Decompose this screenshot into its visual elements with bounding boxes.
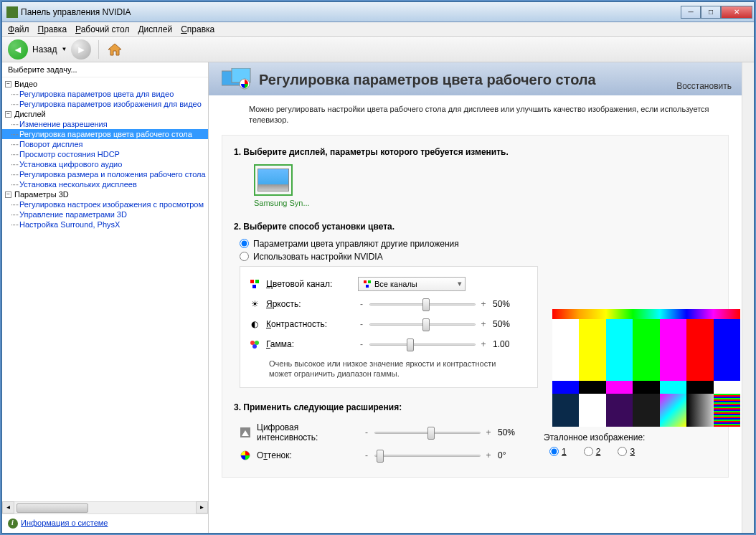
menu-help[interactable]: Справка xyxy=(181,24,214,34)
radio-other-input[interactable] xyxy=(240,239,249,248)
tree-cat-3d[interactable]: −Параметры 3D xyxy=(2,189,208,199)
back-label: Назад xyxy=(32,44,57,55)
menu-display[interactable]: Дисплей xyxy=(138,24,172,34)
svg-point-11 xyxy=(252,344,257,349)
tree-item[interactable]: Регулировка размера и положения рабочего… xyxy=(2,169,208,179)
brightness-slider[interactable] xyxy=(369,297,476,311)
tree-cat-video[interactable]: −Видео xyxy=(2,79,208,89)
contrast-value: 50% xyxy=(493,319,521,329)
settings-panel: 1. Выберите дисплей, параметры которого … xyxy=(222,135,729,478)
color-settings-box: Цветовой канал: Все каналы ☀ Яркость: - xyxy=(240,266,538,389)
page-description: Можно регулировать настройки цвета рабоч… xyxy=(209,95,742,135)
radio-other-apps[interactable]: Параметрами цвета управляют другие прило… xyxy=(240,239,717,249)
channel-value: Все каналы xyxy=(374,280,417,288)
hue-value: 0° xyxy=(498,450,526,460)
svg-rect-4 xyxy=(255,280,259,283)
menu-file[interactable]: Файл xyxy=(8,24,29,34)
channel-icon xyxy=(249,278,260,290)
tree-item-selected[interactable]: Регулировка параметров цвета рабочего ст… xyxy=(2,129,208,139)
reference-label: Эталонное изображение: xyxy=(544,432,739,442)
restore-link[interactable]: Восстановить xyxy=(676,81,732,91)
contrast-slider-wrap: - + xyxy=(358,317,487,331)
tree-item[interactable]: Настройка Surround, PhysX xyxy=(2,219,208,229)
display-list: Samsung Syn... xyxy=(254,164,717,207)
gamma-slider[interactable] xyxy=(369,337,476,351)
reference-radios: 1 2 3 xyxy=(549,447,739,457)
vibrance-slider[interactable] xyxy=(374,425,481,440)
close-button[interactable]: ✕ xyxy=(721,6,752,19)
window-title: Панель управления NVIDIA xyxy=(21,7,681,17)
ref-radio-2[interactable]: 2 xyxy=(584,447,601,457)
body: Выберите задачу... −Видео Регулировка па… xyxy=(2,62,754,533)
ref-radio-3[interactable]: 3 xyxy=(618,447,635,457)
radio-nvidia-label: Использовать настройки NVIDIA xyxy=(253,252,383,262)
page-title-row: Регулировка параметров цвета рабочего ст… xyxy=(222,68,729,91)
tree-item[interactable]: Просмотр состояния HDCP xyxy=(2,149,208,159)
hue-label: Оттенок: xyxy=(257,450,357,460)
tree-item[interactable]: Регулировка параметров изображения для в… xyxy=(2,99,208,109)
ref-radio-1[interactable]: 1 xyxy=(549,447,567,457)
minus-icon: - xyxy=(358,299,365,309)
sysinfo-link[interactable]: Информация о системе xyxy=(21,519,108,527)
tree-item[interactable]: Поворот дисплея xyxy=(2,139,208,149)
step2-heading: 2. Выберите способ установки цвета. xyxy=(234,222,717,232)
content-vscrollbar[interactable] xyxy=(742,62,754,533)
svg-rect-3 xyxy=(250,280,254,283)
minimize-button[interactable]: ─ xyxy=(681,6,701,19)
reference-image xyxy=(552,309,740,427)
gamma-row: Гамма: - + 1.00 xyxy=(243,334,534,354)
menubar: Файл Правка Рабочий стол Дисплей Справка xyxy=(2,22,754,37)
scroll-right-button[interactable]: ► xyxy=(196,501,208,513)
channel-select[interactable]: Все каналы xyxy=(358,277,466,291)
tree-item[interactable]: Регулировка настроек изображения с просм… xyxy=(2,199,208,209)
display-item[interactable]: Samsung Syn... xyxy=(254,164,310,207)
tree-cat-display[interactable]: −Дисплей xyxy=(2,109,208,119)
tree-item[interactable]: Изменение разрешения xyxy=(2,119,208,129)
vibrance-icon xyxy=(240,427,251,438)
gamma-warning: Очень высокое или низкое значение яркост… xyxy=(243,354,534,381)
gamma-slider-wrap: - + xyxy=(358,337,487,351)
brightness-row: ☀ Яркость: - + 50% xyxy=(243,294,534,314)
minus-icon: - xyxy=(363,450,370,460)
app-window: Панель управления NVIDIA ─ □ ✕ Файл Прав… xyxy=(1,1,755,534)
svg-rect-7 xyxy=(368,280,371,283)
tree-item[interactable]: Регулировка параметров цвета для видео xyxy=(2,89,208,99)
gamma-value: 1.00 xyxy=(493,339,521,349)
scroll-left-button[interactable]: ◄ xyxy=(2,501,14,513)
brightness-icon: ☀ xyxy=(249,298,260,310)
content: Регулировка параметров цвета рабочего ст… xyxy=(209,62,754,533)
info-icon xyxy=(8,519,18,529)
contrast-slider[interactable] xyxy=(369,317,476,331)
home-button[interactable] xyxy=(106,41,123,58)
radio-nvidia[interactable]: Использовать настройки NVIDIA xyxy=(240,252,717,262)
vibrance-label: Цифровая интенсивность: xyxy=(257,422,357,442)
menu-desktop[interactable]: Рабочий стол xyxy=(75,24,129,34)
radio-other-label: Параметрами цвета управляют другие прило… xyxy=(253,239,459,249)
toolbar: ◄ Назад ▼ ► xyxy=(2,37,754,62)
channel-label: Цветовой канал: xyxy=(266,279,352,289)
hue-slider-wrap: - + xyxy=(363,448,492,463)
minus-icon: - xyxy=(358,339,365,349)
brightness-slider-wrap: - + xyxy=(358,297,487,311)
page-title: Регулировка параметров цвета рабочего ст… xyxy=(259,72,596,88)
back-dropdown[interactable]: ▼ xyxy=(61,46,67,52)
sidebar-hscrollbar[interactable]: ◄ ► xyxy=(2,501,208,513)
menu-edit[interactable]: Правка xyxy=(38,24,67,34)
window-controls: ─ □ ✕ xyxy=(681,6,752,19)
radio-nvidia-input[interactable] xyxy=(240,252,249,261)
contrast-row: ◐ Контрастность: - + 50% xyxy=(243,314,534,334)
tree-item[interactable]: Управление параметрами 3D xyxy=(2,209,208,219)
svg-point-10 xyxy=(255,341,259,345)
back-button[interactable]: ◄ xyxy=(8,39,28,60)
svg-rect-5 xyxy=(252,285,256,288)
plus-icon: + xyxy=(480,339,487,349)
hue-slider[interactable] xyxy=(374,448,481,463)
color-bar-row2 xyxy=(552,381,740,394)
forward-button[interactable]: ► xyxy=(71,39,91,60)
scroll-thumb[interactable] xyxy=(16,503,88,513)
color-bar-row xyxy=(552,319,740,381)
maximize-button[interactable]: □ xyxy=(701,6,721,19)
brightness-label: Яркость: xyxy=(266,299,352,309)
tree-item[interactable]: Установка цифрового аудио xyxy=(2,159,208,169)
tree-item[interactable]: Установка нескольких дисплеев xyxy=(2,179,208,189)
